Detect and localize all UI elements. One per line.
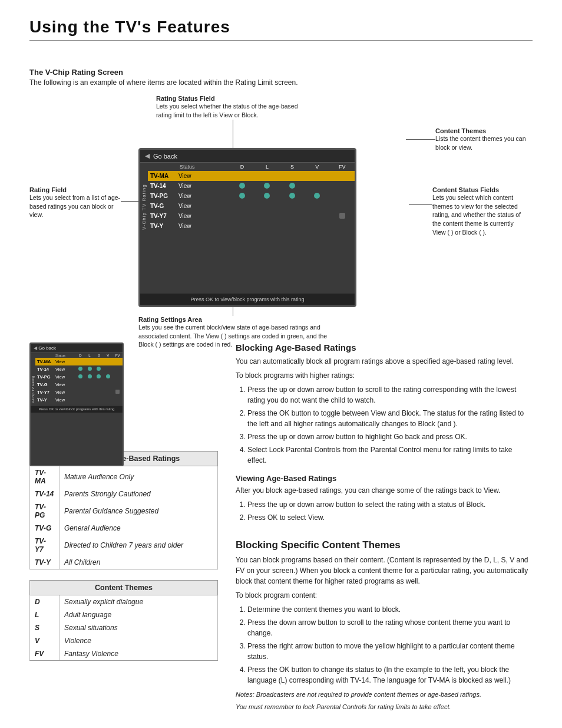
tv-screen-large: ◀ Go back V-Chip TV Rating Status D L S [138,148,356,307]
blocking-content-intro: You can block programs based on their co… [236,555,533,587]
rating-status-field-label: Rating Status Field Lets you select whet… [156,95,309,119]
hierarchy-table: Hierarchy of Age-Based Ratings TV-MA Mat… [29,451,218,569]
lower-section: ◀ Go back V-Chip TV Rating Status D [29,342,533,712]
rating-settings-label: Rating Settings Area Lets you see the cu… [138,316,339,349]
viewing-age-intro: After you block age-based ratings, you c… [236,485,533,496]
theme-desc: Sexually explicit dialogue [59,595,218,609]
rating-code: TV-Y [30,556,59,569]
list-item: Press the up or down arrow button to scr… [247,384,533,406]
table-row: TV-Y7 Directed to Children 7 years and o… [30,535,218,556]
blocking-content-to-block: To block program content: [236,590,533,601]
table-row: S Sexual situations [30,621,218,634]
diagram-area: Rating Status Field Lets you select whet… [29,95,533,331]
vchip-title: The V-Chip Rating Screen [29,68,533,77]
blocking-age-intro: You can automatically block all program … [236,356,533,367]
viewing-age-title: Viewing Age-Based Ratings [236,474,533,483]
blocking-content-section: Blocking Specific Content Themes You can… [236,539,533,712]
theme-desc: Violence [59,634,218,647]
blocking-age-to-block: To block programs with higher ratings: [236,370,533,381]
rating-field-label: Rating Field Lets you select from a list… [29,186,121,219]
page-title: Using the TV's Features [29,18,533,41]
right-col: Blocking Age-Based Ratings You can autom… [236,342,533,712]
rating-desc: General Audience [59,522,218,535]
theme-desc: Sexual situations [59,621,218,634]
note-1: Notes: Broadcasters are not required to … [236,690,533,699]
vchip-section: The V-Chip Rating Screen The following i… [29,68,533,331]
content-status-label: Content Status Fields Lets you select wh… [432,186,527,236]
table-row: TV-PG Parental Guidance Suggested [30,500,218,522]
list-item: Press the up or down arrow button to sel… [247,499,533,510]
theme-desc: Fantasy Violence [59,647,218,661]
list-item: Press the down arrow button to scroll to… [247,617,533,638]
list-item: Press the OK button to change its status… [247,664,533,686]
table-row: V Violence [30,634,218,647]
table-row: FV Fantasy Violence [30,647,218,661]
theme-code: D [30,595,59,609]
blocking-content-title: Blocking Specific Content Themes [236,539,533,551]
content-themes-header: Content Themes [30,581,218,595]
table-row: TV-Y All Children [30,556,218,569]
theme-code: S [30,621,59,634]
theme-code: L [30,608,59,621]
blocking-age-steps: Press the up or down arrow button to scr… [236,384,533,466]
content-themes-table: Content Themes D Sexually explicit dialo… [29,580,218,661]
rating-desc: Directed to Children 7 years and older [59,535,218,556]
list-item: Press the up or down arrow button to hig… [247,431,533,442]
rating-code: TV-14 [30,487,59,500]
rating-code: TV-MA [30,466,59,488]
theme-code: V [30,634,59,647]
blocking-age-section: Blocking Age-Based Ratings You can autom… [236,342,533,523]
theme-desc: Adult language [59,608,218,621]
list-item: Press the OK button to toggle between Vi… [247,408,533,429]
rating-code: TV-Y7 [30,535,59,556]
tv-screen-small-wrapper: ◀ Go back V-Chip TV Rating Status D [29,342,125,443]
theme-code: FV [30,647,59,661]
tv-screen-small: ◀ Go back V-Chip TV Rating Status D [29,342,124,466]
table-row: TV-14 Parents Strongly Cautioned [30,487,218,500]
note-2: You must remember to lock Parental Contr… [236,703,533,711]
rating-desc: Parental Guidance Suggested [59,500,218,522]
rating-code: TV-PG [30,500,59,522]
left-col: ◀ Go back V-Chip TV Rating Status D [29,342,218,712]
list-item: Press the right arrow button to move the… [247,641,533,662]
rating-desc: Mature Audience Only [59,466,218,488]
viewing-age-steps: Press the up or down arrow button to sel… [236,499,533,523]
content-themes-top-label: Content Themes Lists the content themes … [435,127,527,151]
table-row: TV-G General Audience [30,522,218,535]
rating-desc: All Children [59,556,218,569]
blocking-content-steps: Determine the content themes you want to… [236,604,533,686]
list-item: Determine the content themes you want to… [247,604,533,615]
rating-code: TV-G [30,522,59,535]
table-row: TV-MA Mature Audience Only [30,466,218,488]
list-item: Press OK to select View. [247,512,533,523]
vchip-intro: The following is an example of where ite… [29,78,533,87]
rating-desc: Parents Strongly Cautioned [59,487,218,500]
list-item: Select Lock Parental Controls from the P… [247,444,533,466]
table-row: L Adult language [30,608,218,621]
table-row: D Sexually explicit dialogue [30,595,218,609]
